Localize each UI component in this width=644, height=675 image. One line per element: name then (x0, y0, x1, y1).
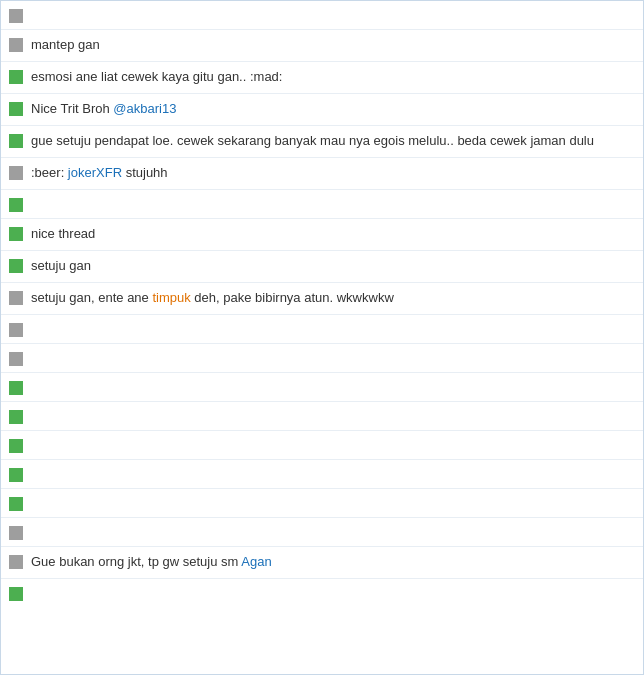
list-item: setuju gan, ente ane timpuk deh, pake bi… (1, 283, 643, 315)
row-text: :beer: jokerXFR stujuhh (31, 164, 635, 182)
row-text: Nice Trit Broh @akbari13 (31, 100, 635, 118)
list-item: mantep gan (1, 30, 643, 62)
green-icon (9, 227, 23, 241)
row-text: gue setuju pendapat loe. cewek sekarang … (31, 132, 635, 150)
gray-icon (9, 323, 23, 337)
green-icon (9, 381, 23, 395)
text-part: mantep gan (31, 37, 100, 52)
green-icon (9, 70, 23, 84)
text-part: nice thread (31, 226, 95, 241)
list-item: gue setuju pendapat loe. cewek sekarang … (1, 126, 643, 158)
green-icon (9, 468, 23, 482)
gray-icon (9, 291, 23, 305)
list-item (1, 460, 643, 489)
gray-icon (9, 38, 23, 52)
list-item (1, 402, 643, 431)
list-item (1, 1, 643, 30)
text-part: stujuhh (122, 165, 168, 180)
text-part: esmosi ane liat cewek kaya gitu gan.. :m… (31, 69, 282, 84)
list-item: Nice Trit Broh @akbari13 (1, 94, 643, 126)
gray-icon (9, 9, 23, 23)
text-part: jokerXFR (68, 165, 122, 180)
text-part: Agan (241, 554, 271, 569)
gray-icon (9, 352, 23, 366)
text-part: Gue bukan orng jkt, tp gw setuju sm (31, 554, 241, 569)
text-part: deh, pake bibirnya atun. wkwkwkw (191, 290, 394, 305)
text-part: gue setuju pendapat loe. cewek sekarang … (31, 133, 594, 148)
list-item (1, 489, 643, 518)
green-icon (9, 410, 23, 424)
green-icon (9, 497, 23, 511)
row-text: setuju gan (31, 257, 635, 275)
green-icon (9, 439, 23, 453)
list-item: nice thread (1, 219, 643, 251)
row-text: esmosi ane liat cewek kaya gitu gan.. :m… (31, 68, 635, 86)
list-item (1, 344, 643, 373)
green-icon (9, 102, 23, 116)
row-text: mantep gan (31, 36, 635, 54)
row-text: nice thread (31, 225, 635, 243)
row-text: setuju gan, ente ane timpuk deh, pake bi… (31, 289, 635, 307)
list-item: Gue bukan orng jkt, tp gw setuju sm Agan (1, 547, 643, 579)
gray-icon (9, 555, 23, 569)
green-icon (9, 134, 23, 148)
list-item (1, 373, 643, 402)
text-part: setuju gan, ente ane (31, 290, 152, 305)
list-item (1, 518, 643, 547)
main-container: mantep ganesmosi ane liat cewek kaya git… (0, 0, 644, 675)
text-part: @akbari13 (113, 101, 176, 116)
list-item (1, 579, 643, 607)
gray-icon (9, 526, 23, 540)
green-icon (9, 259, 23, 273)
list-item: esmosi ane liat cewek kaya gitu gan.. :m… (1, 62, 643, 94)
green-icon (9, 198, 23, 212)
text-part: timpuk (152, 290, 190, 305)
list-item (1, 190, 643, 219)
row-text: Gue bukan orng jkt, tp gw setuju sm Agan (31, 553, 635, 571)
text-part: :beer: (31, 165, 68, 180)
list-item (1, 431, 643, 460)
green-icon (9, 587, 23, 601)
text-part: Nice Trit Broh (31, 101, 113, 116)
gray-icon (9, 166, 23, 180)
list-item: setuju gan (1, 251, 643, 283)
list-item (1, 315, 643, 344)
text-part: setuju gan (31, 258, 91, 273)
list-item: :beer: jokerXFR stujuhh (1, 158, 643, 190)
